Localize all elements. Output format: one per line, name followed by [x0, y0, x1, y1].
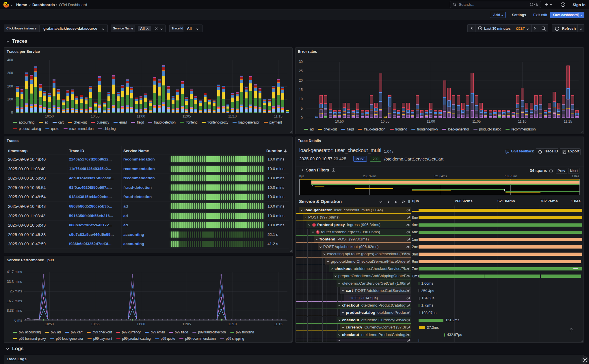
svg-text:?: ? — [562, 3, 564, 6]
